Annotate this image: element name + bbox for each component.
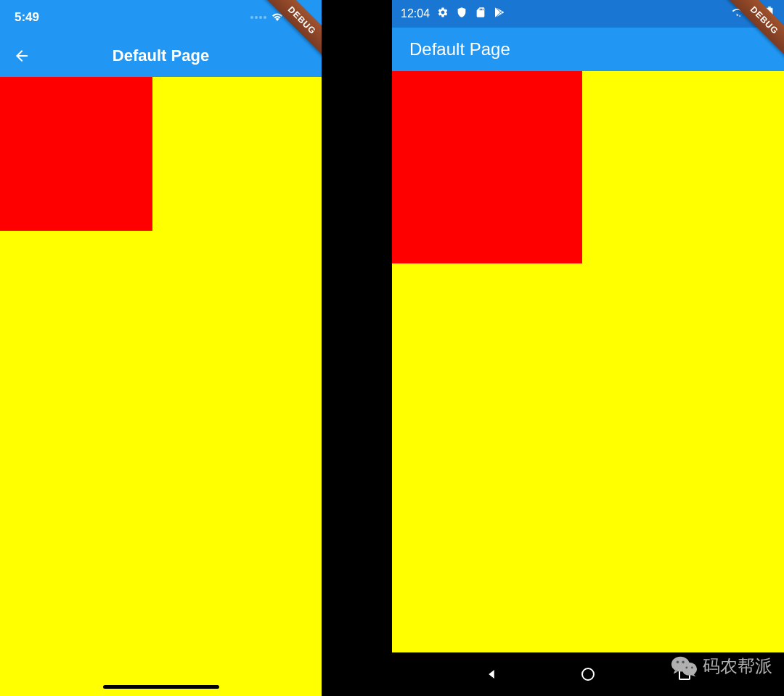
gap-divider: [322, 0, 392, 696]
svg-point-9: [677, 661, 679, 663]
android-status-bar: 12:04 ✕: [392, 0, 784, 28]
red-container: [392, 71, 582, 263]
android-status-left: 12:04: [401, 7, 505, 21]
android-page-title: Default Page: [409, 39, 510, 60]
ios-device-frame: 5:49 Default Page DE: [0, 0, 322, 696]
gear-icon: [437, 7, 449, 21]
nav-back-button[interactable]: [483, 666, 499, 682]
svg-point-10: [682, 661, 684, 663]
android-time-label: 12:04: [401, 7, 430, 20]
svg-point-8: [682, 663, 697, 676]
svg-text:✕: ✕: [739, 15, 741, 17]
svg-point-12: [691, 666, 693, 668]
ios-app-bar: Default Page: [0, 35, 322, 77]
svg-rect-6: [768, 7, 771, 8]
nav-home-button[interactable]: [580, 666, 596, 682]
ios-page-body: [0, 77, 322, 696]
android-app-bar: Default Page: [392, 28, 784, 71]
cellular-signal-icon: [250, 16, 266, 19]
play-store-icon: [494, 7, 505, 21]
android-page-body: [392, 71, 784, 652]
back-button[interactable]: [7, 47, 36, 65]
sd-card-icon: [475, 7, 486, 21]
ios-time-label: 5:49: [15, 10, 39, 25]
watermark-text: 码农帮派: [703, 655, 772, 678]
svg-point-11: [685, 666, 687, 668]
screenshot-comparison: 5:49 Default Page DE: [0, 0, 784, 696]
android-device-frame: 12:04 ✕: [392, 0, 784, 696]
wechat-icon: [671, 654, 698, 679]
ios-page-title: Default Page: [0, 46, 322, 65]
shield-icon: [456, 7, 467, 21]
watermark: 码农帮派: [671, 654, 772, 679]
red-container: [0, 77, 152, 231]
home-indicator[interactable]: [103, 685, 219, 689]
